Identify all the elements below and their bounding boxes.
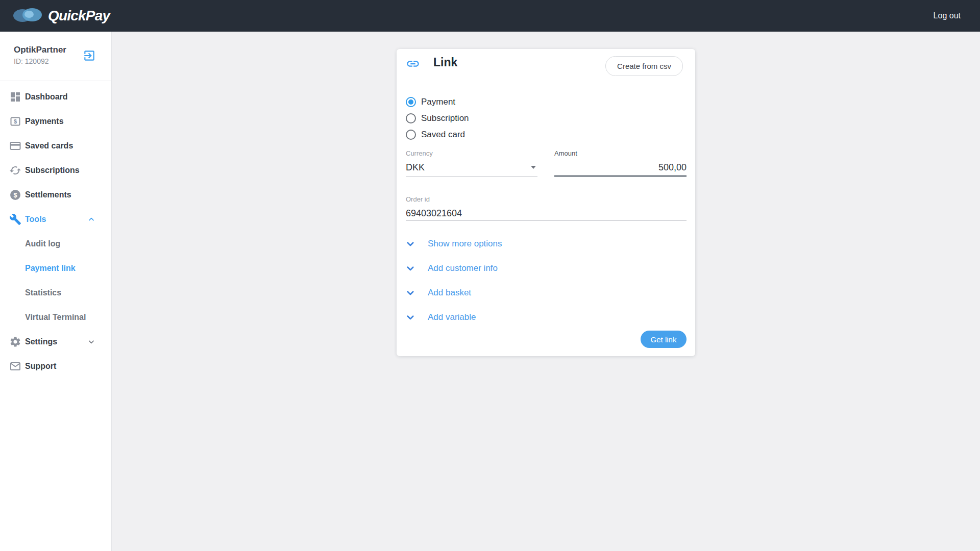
sidebar-item-saved-cards[interactable]: Saved cards: [0, 134, 111, 158]
account-block: OptikPartner ID: 120092: [0, 32, 111, 81]
chevron-down-icon: [406, 264, 415, 273]
sidebar-item-label: Tools: [25, 215, 46, 224]
radio-saved-card[interactable]: Saved card: [406, 129, 469, 140]
dropdown-arrow-icon: [531, 166, 536, 169]
logout-link[interactable]: Log out: [934, 11, 961, 20]
radio-subscription[interactable]: Subscription: [406, 113, 469, 123]
account-name: OptikPartner: [14, 45, 111, 55]
currency-select[interactable]: Currency DKK: [406, 149, 537, 177]
sidebar-item-subscriptions[interactable]: Subscriptions: [0, 158, 111, 183]
radio-payment[interactable]: Payment: [406, 96, 469, 107]
sidebar-item-payment-link[interactable]: Payment link: [0, 256, 111, 281]
sidebar: OptikPartner ID: 120092 Dashboard $ Paym…: [0, 32, 112, 551]
expander-list: Show more options Add customer info Add …: [406, 232, 686, 330]
expander-label: Add customer info: [428, 263, 498, 273]
link-type-radio-group: Payment Subscription Saved card: [406, 96, 469, 145]
radio-unselected-icon: [406, 113, 416, 123]
wrench-icon: [9, 213, 21, 226]
quickpay-logo-icon: [13, 6, 42, 26]
topbar: QuickPay Log out: [0, 0, 980, 32]
refresh-cycle-icon: [9, 164, 21, 177]
chevron-up-icon: [88, 216, 95, 223]
sidebar-nav: Dashboard $ Payments Saved cards Subscri…: [0, 81, 111, 379]
chevron-down-icon: [406, 288, 415, 297]
card-title: Link: [433, 56, 457, 69]
sidebar-item-label: Subscriptions: [25, 166, 80, 175]
svg-text:$: $: [14, 118, 17, 124]
payments-icon: $: [9, 115, 21, 128]
credit-card-icon: [9, 140, 21, 152]
add-basket-expander[interactable]: Add basket: [406, 281, 686, 305]
get-link-button[interactable]: Get link: [641, 331, 687, 348]
radio-label: Payment: [421, 97, 455, 107]
radio-selected-icon: [406, 97, 416, 107]
sidebar-item-settings[interactable]: Settings: [0, 330, 111, 354]
sidebar-item-label: Settlements: [25, 190, 71, 199]
sidebar-item-dashboard[interactable]: Dashboard: [0, 85, 111, 109]
sidebar-item-label: Dashboard: [25, 92, 68, 102]
radio-label: Subscription: [421, 113, 469, 123]
payment-link-card: Link Create from csv Payment Subscriptio…: [397, 49, 695, 356]
amount-field: Amount: [554, 149, 687, 177]
sidebar-item-audit-log[interactable]: Audit log: [0, 232, 111, 256]
expander-label: Add variable: [428, 312, 476, 322]
order-id-label: Order id: [406, 195, 687, 203]
switch-account-icon[interactable]: [83, 49, 96, 62]
chevron-down-icon: [88, 338, 95, 345]
sidebar-item-virtual-terminal[interactable]: Virtual Terminal: [0, 305, 111, 330]
dollar-coin-icon: $: [9, 189, 21, 201]
sidebar-item-label: Saved cards: [25, 141, 73, 151]
quickpay-logo: QuickPay: [13, 6, 110, 26]
sidebar-item-label: Virtual Terminal: [25, 313, 86, 322]
sidebar-item-label: Statistics: [25, 288, 61, 297]
brand-name: QuickPay: [48, 8, 110, 24]
svg-text:$: $: [13, 191, 17, 199]
radio-label: Saved card: [421, 130, 465, 140]
gear-icon: [9, 336, 21, 348]
sidebar-item-tools[interactable]: Tools: [0, 207, 111, 232]
show-more-options-expander[interactable]: Show more options: [406, 232, 686, 256]
sidebar-item-settlements[interactable]: $ Settlements: [0, 183, 111, 207]
account-id: ID: 120092: [14, 57, 111, 65]
add-customer-info-expander[interactable]: Add customer info: [406, 256, 686, 281]
sidebar-item-label: Support: [25, 362, 56, 371]
envelope-icon: [9, 360, 21, 372]
expander-label: Show more options: [428, 239, 502, 249]
expander-label: Add basket: [428, 288, 471, 298]
sidebar-item-label: Payments: [25, 117, 64, 126]
dashboard-icon: [9, 91, 21, 103]
sidebar-item-payments[interactable]: $ Payments: [0, 109, 111, 134]
amount-input[interactable]: [554, 162, 687, 173]
link-icon: [406, 57, 420, 71]
radio-unselected-icon: [406, 130, 416, 140]
sidebar-item-statistics[interactable]: Statistics: [0, 281, 111, 305]
sidebar-item-support[interactable]: Support: [0, 354, 111, 379]
add-variable-expander[interactable]: Add variable: [406, 305, 686, 330]
create-from-csv-button[interactable]: Create from csv: [605, 56, 683, 76]
chevron-down-icon: [406, 239, 415, 248]
sidebar-item-label: Settings: [25, 337, 57, 346]
sidebar-item-label: Audit log: [25, 239, 60, 248]
sidebar-item-label: Payment link: [25, 264, 76, 273]
chevron-down-icon: [406, 313, 415, 322]
order-id-field: Order id: [406, 195, 687, 221]
amount-label: Amount: [554, 149, 687, 157]
order-id-input[interactable]: [406, 208, 687, 219]
currency-value: DKK: [406, 162, 425, 173]
currency-label: Currency: [406, 149, 537, 157]
